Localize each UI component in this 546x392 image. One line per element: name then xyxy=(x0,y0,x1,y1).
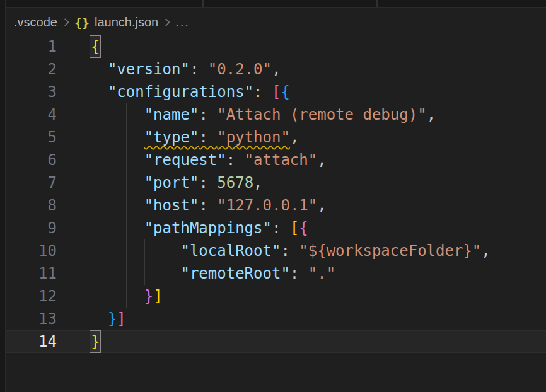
code-line[interactable]: 12}] xyxy=(6,285,546,308)
code-line-content[interactable]: "version": "0.2.0", xyxy=(90,58,281,81)
code-token: : xyxy=(290,265,308,282)
line-number[interactable]: 1 xyxy=(6,35,57,58)
breadcrumb-ellipsis[interactable]: ... xyxy=(175,15,190,30)
code-token: { xyxy=(281,83,289,101)
editor-pane: .vscode {} launch.json ... 1{2"version":… xyxy=(6,9,546,392)
code-line[interactable]: 13}] xyxy=(6,308,546,330)
indent-guide xyxy=(90,126,108,149)
indent-guide xyxy=(126,126,144,149)
breadcrumb-folder[interactable]: .vscode xyxy=(14,15,57,30)
code-line[interactable]: 7"port": 5678, xyxy=(6,171,546,194)
indent-guide xyxy=(90,149,108,171)
code-token: "host" xyxy=(144,197,199,214)
code-line-content[interactable]: "pathMappings": [{ xyxy=(90,217,308,239)
indent-guide xyxy=(144,262,163,285)
code-token: : xyxy=(199,106,217,124)
code-token: "." xyxy=(308,265,335,282)
code-line[interactable]: 4"name": "Attach (remote debug)", xyxy=(6,103,546,126)
code-line[interactable]: 14} xyxy=(6,330,546,353)
indent-guide xyxy=(126,194,144,217)
tab-separator xyxy=(376,0,378,7)
code-token: "0.2.0" xyxy=(208,61,272,78)
line-number[interactable]: 3 xyxy=(6,81,57,103)
code-token: "name" xyxy=(144,106,199,124)
code-line-content[interactable]: } xyxy=(90,330,101,353)
indent-guide xyxy=(144,239,163,262)
code-token: : xyxy=(272,219,290,237)
code-token: "Attach (remote debug)" xyxy=(217,106,426,124)
code-line[interactable]: 3"configurations": [{ xyxy=(6,81,546,103)
line-number[interactable]: 8 xyxy=(6,194,57,217)
code-editor[interactable]: 1{2"version": "0.2.0",3"configurations":… xyxy=(6,35,546,353)
indent-guide xyxy=(163,262,181,285)
code-line[interactable]: 2"version": "0.2.0", xyxy=(6,58,546,81)
code-token: ] xyxy=(117,310,125,328)
line-number[interactable]: 14 xyxy=(6,330,57,353)
code-token: "port" xyxy=(144,174,199,192)
code-token: ] xyxy=(153,287,162,305)
code-token: "version" xyxy=(108,61,190,78)
code-line-content[interactable]: "port": 5678, xyxy=(90,171,263,194)
line-number[interactable]: 5 xyxy=(6,126,57,149)
indent-guide xyxy=(90,194,108,217)
indent-guide xyxy=(108,149,126,171)
code-line[interactable]: 10"localRoot": "${workspaceFolder}", xyxy=(6,239,546,262)
line-number[interactable]: 9 xyxy=(6,217,57,239)
tab-bar-bottom-strip xyxy=(6,0,546,8)
code-token: , xyxy=(317,151,326,169)
code-line-content[interactable]: "localRoot": "${workspaceFolder}", xyxy=(90,239,491,262)
indent-guide xyxy=(108,217,126,239)
line-number[interactable]: 13 xyxy=(6,308,57,330)
indent-guide xyxy=(90,171,108,194)
indent-guide xyxy=(126,149,144,171)
code-token: [ xyxy=(290,219,299,237)
code-token: "configurations" xyxy=(108,83,253,101)
code-line-content[interactable]: "request": "attach", xyxy=(90,149,327,171)
json-braces-icon: {} xyxy=(74,15,90,30)
code-token: : xyxy=(226,151,245,169)
indent-guide xyxy=(163,239,181,262)
code-token: : xyxy=(281,242,299,260)
indent-guide xyxy=(108,285,126,308)
breadcrumb-file[interactable]: launch.json xyxy=(95,15,158,30)
code-token: : xyxy=(190,61,208,78)
code-line-content[interactable]: "name": "Attach (remote debug)", xyxy=(90,103,436,126)
indent-guide xyxy=(126,217,144,239)
editor-left-border xyxy=(0,0,6,392)
code-token: : xyxy=(253,83,272,101)
code-token: , xyxy=(253,174,262,192)
line-number[interactable]: 11 xyxy=(6,262,57,285)
code-line-content[interactable]: "host": "127.0.0.1", xyxy=(90,194,327,217)
code-line-content[interactable]: "configurations": [{ xyxy=(90,81,290,103)
code-line-content[interactable]: { xyxy=(90,35,101,58)
indent-guide xyxy=(126,285,144,308)
code-line[interactable]: 11"remoteRoot": "." xyxy=(6,262,546,285)
code-line-content[interactable]: }] xyxy=(90,285,163,308)
code-token: , xyxy=(317,197,326,214)
bracket-match: } xyxy=(90,330,101,353)
line-number[interactable]: 12 xyxy=(6,285,57,308)
code-line[interactable]: 6"request": "attach", xyxy=(6,149,546,171)
code-line[interactable]: 1{ xyxy=(6,35,546,58)
line-number[interactable]: 6 xyxy=(6,149,57,171)
line-number[interactable]: 7 xyxy=(6,171,57,194)
indent-guide xyxy=(108,103,126,126)
code-token: : xyxy=(199,174,217,192)
line-number[interactable]: 4 xyxy=(6,103,57,126)
code-line-content[interactable]: "type": "python", xyxy=(90,126,299,149)
code-line[interactable]: 5"type": "python", xyxy=(6,126,546,149)
line-number[interactable]: 2 xyxy=(6,58,57,81)
indent-guide xyxy=(108,262,126,285)
code-line[interactable]: 8"host": "127.0.0.1", xyxy=(6,194,546,217)
code-token: "pathMappings" xyxy=(144,219,272,237)
chevron-right-icon xyxy=(162,18,170,26)
code-token: 5678 xyxy=(217,174,253,192)
indent-guide xyxy=(90,217,108,239)
code-line-content[interactable]: }] xyxy=(90,308,126,330)
code-token: "127.0.0.1" xyxy=(217,197,317,214)
code-token: [ xyxy=(272,83,281,101)
code-line[interactable]: 9"pathMappings": [{ xyxy=(6,217,546,239)
code-token: , xyxy=(481,242,490,260)
line-number[interactable]: 10 xyxy=(6,239,57,262)
code-line-content[interactable]: "remoteRoot": "." xyxy=(90,262,335,285)
